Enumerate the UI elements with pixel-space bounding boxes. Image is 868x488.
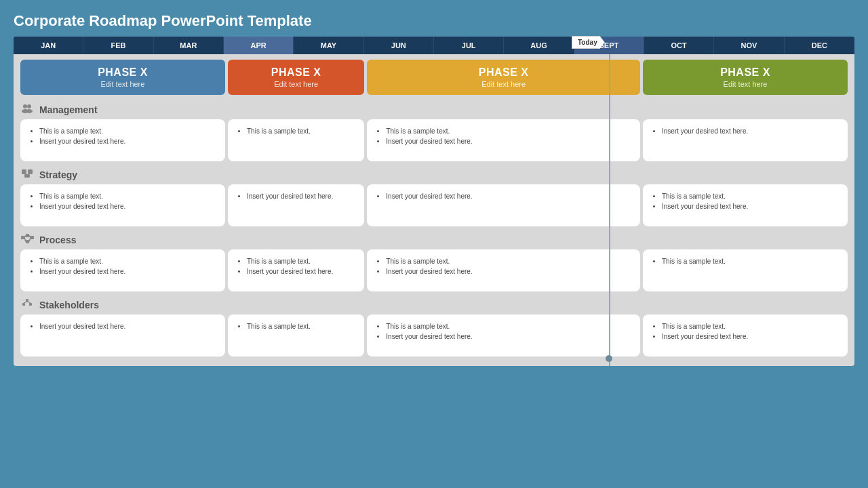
- month-dec: DEC: [785, 37, 854, 54]
- svg-line-13: [29, 236, 31, 238]
- strategy-label-row: Strategy: [20, 165, 848, 184]
- stakeholders-card-3: This is a sample text.Insert your desire…: [367, 314, 640, 357]
- svg-rect-5: [28, 169, 33, 174]
- today-marker: Today: [572, 35, 605, 49]
- phase-block-1: PHASE X Edit text here: [20, 60, 225, 95]
- strategy-label: Strategy: [39, 169, 77, 180]
- phase-3-title: PHASE X: [376, 66, 631, 79]
- month-jun: JUN: [364, 37, 434, 54]
- management-cards: This is a sample text.Insert your desire…: [20, 119, 848, 161]
- strategy-card-2: Insert your desired text here.: [228, 184, 364, 226]
- today-vertical-line: [609, 54, 610, 366]
- stakeholders-card-2: This is a sample text.: [228, 314, 364, 357]
- stakeholders-card-4: This is a sample text.Insert your desire…: [643, 314, 848, 357]
- svg-point-3: [26, 109, 33, 113]
- stakeholders-cards: Insert your desired text here. This is a…: [20, 314, 848, 357]
- phase-1-sub: Edit text here: [30, 80, 216, 88]
- today-dot: [606, 355, 612, 362]
- phase-block-2: PHASE X Edit text here: [228, 60, 364, 95]
- svg-rect-15: [26, 299, 28, 302]
- phase-1-title: PHASE X: [30, 66, 216, 79]
- stakeholders-icon: [20, 298, 34, 312]
- phase-4-title: PHASE X: [652, 66, 838, 79]
- management-label: Management: [39, 104, 98, 115]
- svg-line-19: [27, 302, 31, 303]
- process-card-4: This is a sample text.: [643, 249, 848, 291]
- slide-title: Corporate Roadmap PowerPoint Template: [14, 12, 854, 30]
- month-mar: MAR: [154, 37, 224, 54]
- month-aug: AUG: [504, 37, 574, 54]
- month-jan: JAN: [14, 37, 83, 54]
- svg-rect-9: [26, 240, 29, 243]
- process-label-row: Process: [20, 230, 848, 249]
- process-icon: [20, 233, 34, 247]
- month-jul: JUL: [434, 37, 504, 54]
- svg-line-12: [24, 238, 26, 242]
- strategy-card-4: This is a sample text.Insert your desire…: [643, 184, 848, 226]
- management-label-row: Management: [20, 100, 848, 119]
- svg-point-1: [27, 104, 31, 108]
- svg-rect-17: [29, 303, 32, 306]
- svg-rect-7: [21, 236, 24, 239]
- slide: Corporate Roadmap PowerPoint Template To…: [0, 0, 868, 488]
- phase-block-3: PHASE X Edit text here: [367, 60, 640, 95]
- stakeholders-label-row: Stakeholders: [20, 296, 848, 314]
- phase-3-sub: Edit text here: [376, 80, 631, 88]
- svg-rect-4: [22, 169, 26, 174]
- svg-rect-8: [26, 234, 29, 237]
- process-card-1: This is a sample text.Insert your desire…: [20, 249, 225, 291]
- process-label: Process: [39, 235, 76, 245]
- svg-rect-16: [22, 303, 25, 306]
- svg-line-14: [29, 238, 31, 242]
- stakeholders-label: Stakeholders: [39, 300, 99, 310]
- management-card-1: This is a sample text.Insert your desire…: [20, 119, 225, 161]
- month-oct: OCT: [644, 37, 714, 54]
- strategy-icon: [20, 168, 34, 182]
- stakeholders-card-1: Insert your desired text here.: [20, 314, 225, 357]
- month-feb: FEB: [83, 37, 153, 54]
- svg-point-0: [23, 104, 27, 108]
- today-flag: Today: [572, 36, 605, 49]
- phase-2-sub: Edit text here: [237, 80, 355, 88]
- strategy-card-1: This is a sample text.Insert your desire…: [20, 184, 225, 226]
- process-cards: This is a sample text.Insert your desire…: [20, 249, 848, 291]
- content-area: PHASE X Edit text here PHASE X Edit text…: [14, 54, 854, 366]
- month-may: MAY: [294, 37, 363, 54]
- management-card-3: This is a sample text.Insert your desire…: [367, 119, 640, 161]
- strategy-card-3: Insert your desired text here.: [367, 184, 640, 226]
- strategy-cards: This is a sample text.Insert your desire…: [20, 184, 848, 226]
- month-header: JAN FEB MAR APR MAY JUN JUL AUG SEPT OCT…: [14, 37, 854, 54]
- phase-4-sub: Edit text here: [652, 80, 838, 88]
- svg-rect-6: [24, 174, 30, 178]
- phase-row: PHASE X Edit text here PHASE X Edit text…: [20, 60, 848, 95]
- management-card-2: This is a sample text.: [228, 119, 364, 161]
- management-card-4: Insert your desired text here.: [643, 119, 848, 161]
- process-card-2: This is a sample text.Insert your desire…: [228, 249, 364, 291]
- month-apr: APR: [224, 37, 294, 54]
- phase-block-4: PHASE X Edit text here: [643, 60, 848, 95]
- svg-rect-10: [31, 236, 34, 239]
- management-icon: [20, 103, 34, 117]
- process-card-3: This is a sample text.Insert your desire…: [367, 249, 640, 291]
- svg-line-18: [24, 302, 27, 303]
- phase-2-title: PHASE X: [237, 66, 355, 79]
- month-nov: NOV: [714, 37, 784, 54]
- svg-line-11: [24, 236, 26, 238]
